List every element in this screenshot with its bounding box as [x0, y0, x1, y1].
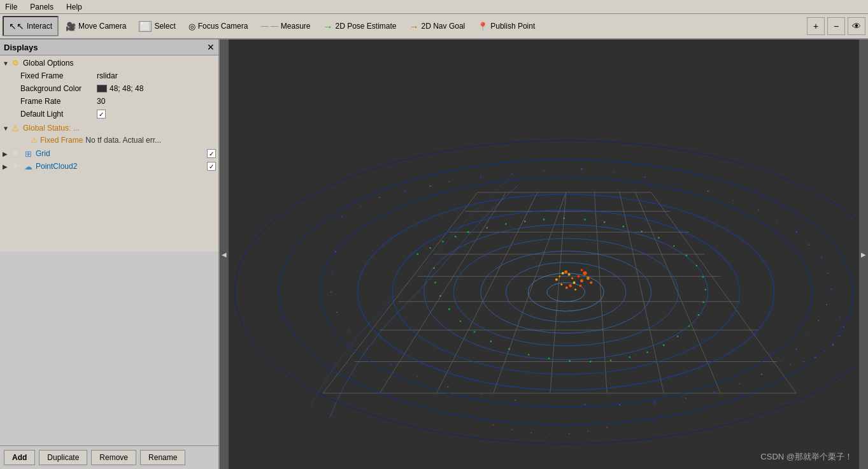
measure-button[interactable]: — — Measure: [255, 16, 316, 36]
menu-help[interactable]: Help: [64, 1, 85, 13]
svg-point-101: [646, 351, 648, 352]
fixed-frame-value[interactable]: rslidar: [97, 71, 118, 80]
svg-point-122: [573, 282, 576, 284]
menu-panels[interactable]: Panels: [27, 1, 56, 13]
panel-close-button[interactable]: ✕: [207, 42, 215, 52]
cursor-icon: ↖: [9, 21, 24, 31]
zoom-out-button[interactable]: −: [827, 17, 845, 35]
svg-point-113: [439, 295, 441, 296]
pc2-eye-icon: 👁: [10, 161, 20, 171]
svg-point-140: [803, 361, 804, 363]
svg-point-83: [524, 220, 525, 222]
add-button[interactable]: Add: [4, 450, 35, 465]
svg-point-60: [685, 398, 687, 399]
svg-point-114: [434, 282, 436, 284]
svg-point-33: [404, 191, 406, 192]
measure-icon: — —: [260, 22, 278, 31]
svg-point-111: [460, 321, 461, 322]
grid-checkbox[interactable]: ✓: [207, 149, 216, 158]
pose-estimate-button[interactable]: → 2D Pose Estimate: [317, 16, 402, 36]
svg-point-94: [702, 276, 704, 278]
svg-point-71: [349, 331, 350, 332]
svg-point-66: [480, 394, 481, 395]
svg-point-81: [487, 227, 488, 228]
svg-point-68: [417, 376, 418, 377]
left-panel: Displays ✕ ▼ ⚙ Global Options Fixed Fram…: [0, 40, 220, 469]
default-light-checkbox[interactable]: ✓: [97, 110, 106, 119]
right-collapse-arrow[interactable]: ▶: [859, 40, 868, 469]
svg-point-137: [832, 344, 834, 345]
fixed-frame-status-value: No tf data. Actual err...: [85, 136, 161, 145]
svg-point-49: [821, 257, 822, 258]
pointcloud2-item[interactable]: ▶ 👁 ☁ PointCloud2 ✓: [0, 160, 218, 173]
svg-point-54: [808, 335, 809, 336]
rename-button[interactable]: Rename: [140, 450, 185, 465]
main-layout: Displays ✕ ▼ ⚙ Global Options Fixed Fram…: [0, 40, 868, 469]
left-collapse-arrow[interactable]: ◀: [220, 40, 229, 469]
svg-point-112: [448, 308, 450, 310]
focus-camera-button[interactable]: ◎ Focus Camera: [183, 16, 254, 36]
interact-button[interactable]: ↖ Interact: [3, 16, 59, 36]
svg-point-36: [480, 177, 481, 178]
bg-color-value[interactable]: 48; 48; 48: [97, 84, 143, 93]
select-label: Select: [154, 22, 175, 31]
svg-point-50: [827, 273, 829, 274]
svg-point-39: [581, 168, 582, 170]
svg-point-40: [613, 171, 614, 173]
svg-point-106: [548, 357, 550, 359]
pc2-checkbox[interactable]: ✓: [207, 162, 216, 171]
select-button[interactable]: ⬜ Select: [133, 16, 181, 36]
duplicate-button[interactable]: Duplicate: [39, 450, 87, 465]
svg-point-108: [508, 348, 510, 350]
default-light-value[interactable]: ✓: [97, 110, 106, 119]
zoom-in-button[interactable]: +: [807, 17, 825, 35]
move-camera-button[interactable]: 🎥 Move Camera: [60, 16, 132, 36]
global-status-item[interactable]: ▼ ⚠ Global Status: ...: [0, 122, 218, 134]
svg-point-147: [587, 431, 588, 432]
svg-point-123: [569, 284, 572, 287]
frame-rate-value[interactable]: 30: [97, 97, 105, 106]
svg-point-124: [566, 287, 568, 289]
svg-point-132: [580, 269, 583, 271]
svg-point-58: [739, 383, 740, 384]
move-camera-label: Move Camera: [78, 22, 126, 31]
nav-icon: →: [409, 21, 419, 32]
svg-point-110: [473, 331, 475, 333]
svg-point-145: [550, 433, 551, 435]
toolbar-right: + − 👁: [807, 17, 865, 35]
svg-point-76: [416, 254, 418, 256]
view-button[interactable]: 👁: [848, 17, 865, 35]
focus-icon: ◎: [189, 22, 196, 31]
svg-point-80: [467, 231, 469, 233]
svg-point-52: [826, 304, 827, 305]
publish-point-button[interactable]: 📍 Publish Point: [472, 16, 541, 36]
svg-point-99: [677, 336, 678, 337]
fixed-frame-status-row: ⚠ Fixed Frame No tf data. Actual err...: [0, 134, 218, 146]
svg-point-82: [505, 223, 507, 225]
svg-point-79: [455, 236, 456, 237]
svg-point-96: [702, 301, 704, 303]
default-light-row: Default Light ✓: [0, 108, 218, 120]
status-warning-icon: ⚠: [10, 123, 20, 133]
menu-file[interactable]: File: [3, 1, 20, 13]
remove-button[interactable]: Remove: [91, 450, 136, 465]
svg-point-139: [815, 356, 816, 357]
svg-point-143: [511, 429, 513, 431]
svg-point-67: [447, 386, 448, 387]
pointcloud2-expand: ▶: [3, 163, 10, 170]
bg-color-swatch: [97, 85, 107, 92]
svg-point-117: [559, 275, 560, 277]
nav-goal-button[interactable]: → 2D Nav Goal: [404, 16, 471, 36]
pose-estimate-label: 2D Pose Estimate: [335, 22, 396, 31]
svg-point-127: [580, 279, 583, 282]
grid-item[interactable]: ▶ 👁 ⊞ Grid ✓: [0, 147, 218, 160]
grid-eye-icon: 👁: [10, 148, 20, 159]
menu-bar: File Panels Help: [0, 0, 868, 14]
svg-point-126: [578, 275, 580, 278]
viewport[interactable]: CSDN @那就举个栗子！: [229, 40, 859, 469]
bg-color-text: 48; 48; 48: [110, 84, 143, 93]
3d-viewport-svg: [229, 40, 859, 469]
select-icon: ⬜: [139, 21, 152, 32]
global-options-item[interactable]: ▼ ⚙ Global Options: [0, 57, 218, 69]
svg-point-138: [824, 351, 825, 352]
